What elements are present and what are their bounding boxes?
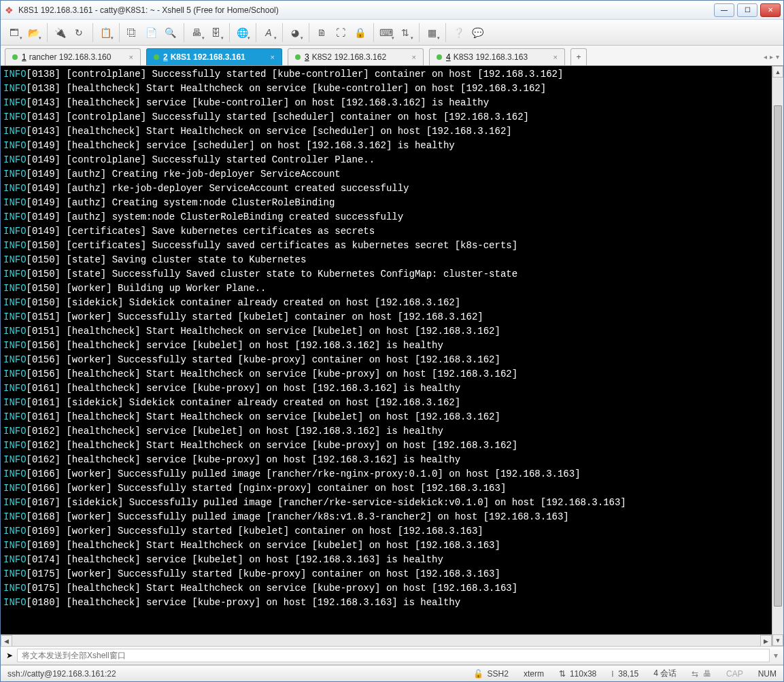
color-scheme-icon[interactable]: ◕	[287, 24, 303, 41]
log-level: INFO	[3, 467, 27, 481]
tab-label: rancher 192.168.3.160	[29, 52, 124, 62]
log-message: [healthcheck] service [scheduler] on hos…	[66, 139, 454, 153]
log-line: INFO[0149] [authz] rke-job-deployer Serv…	[3, 182, 781, 196]
log-line: INFO[0174] [healthcheck] service [kubele…	[3, 553, 781, 567]
vertical-scrollbar[interactable]: ▲ ▼	[772, 66, 783, 646]
log-message: [authz] Creating system:node ClusterRole…	[66, 196, 335, 210]
log-time: [0168]	[27, 510, 67, 524]
log-message: [worker] Successfully pulled image [ranc…	[66, 467, 580, 481]
log-time: [0169]	[27, 524, 67, 539]
close-tab-icon[interactable]: ×	[129, 53, 133, 61]
find-icon[interactable]: 🔍	[162, 24, 178, 41]
tab-session[interactable]: 3K8S2 192.168.3.162×	[288, 48, 424, 65]
close-tab-icon[interactable]: ×	[271, 53, 275, 61]
log-time: [0149]	[27, 167, 67, 182]
log-level: INFO	[3, 567, 27, 581]
print-icon[interactable]: 🖶	[188, 24, 205, 41]
tab-list-icon[interactable]: ▾	[776, 53, 779, 61]
horizontal-scrollbar[interactable]: ◀ ▶	[1, 634, 772, 646]
open-session-icon[interactable]: 📂	[25, 24, 41, 41]
log-time: [0169]	[27, 539, 67, 553]
log-time: [0149]	[27, 182, 67, 196]
maximize-button[interactable]: ☐	[737, 3, 757, 17]
log-message: [sidekick] Successfully pulled image [ra…	[66, 496, 626, 510]
log-line: INFO[0151] [worker] Successfully started…	[3, 310, 781, 324]
log-line: INFO[0143] [controlplane] Successfully s…	[3, 110, 781, 124]
log-level: INFO	[3, 553, 27, 567]
log-message: [healthcheck] service [kube-proxy] on ho…	[66, 381, 460, 396]
log-line: INFO[0161] [healthcheck] service [kube-p…	[3, 381, 781, 396]
log-time: [0150]	[27, 267, 67, 282]
tab-session[interactable]: 2K8S1 192.168.3.161×	[146, 48, 282, 65]
scroll-left-icon[interactable]: ◀	[1, 635, 12, 646]
log-level: INFO	[3, 96, 27, 110]
reconnect-icon[interactable]: ↻	[71, 24, 87, 41]
transfer-icon[interactable]: ⇅	[397, 24, 413, 41]
chevron-left-icon[interactable]: ◂	[764, 53, 767, 61]
tab-scroll-hint[interactable]: ◂▸▾	[764, 48, 783, 65]
log-time: [0149]	[27, 139, 67, 153]
log-line: INFO[0149] [authz] system:node ClusterRo…	[3, 210, 781, 224]
log-time: [0149]	[27, 210, 67, 224]
scroll-thumb[interactable]	[774, 105, 782, 607]
minimize-button[interactable]: —	[714, 3, 734, 17]
layout-icon[interactable]: ▦	[424, 24, 440, 41]
scroll-down-icon[interactable]: ▼	[772, 634, 783, 646]
log-level: INFO	[3, 581, 27, 596]
log-line: INFO[0149] [authz] Creating system:node …	[3, 196, 781, 210]
window-title: K8S1 192.168.3.161 - catty@K8S1: ~ - Xsh…	[18, 5, 714, 15]
log-time: [0162]	[27, 424, 67, 439]
log-line: INFO[0167] [sidekick] Successfully pulle…	[3, 496, 781, 510]
log-line: INFO[0169] [worker] Successfully started…	[3, 524, 781, 539]
log-message: [worker] Successfully pulled image [ranc…	[66, 510, 568, 524]
log-level: INFO	[3, 439, 27, 453]
copy-paste-icon[interactable]: 📋	[97, 24, 114, 41]
new-session-icon[interactable]: 🗔	[6, 24, 22, 41]
close-tab-icon[interactable]: ×	[553, 53, 558, 61]
connect-icon[interactable]: 🔌	[52, 24, 68, 41]
properties-icon[interactable]: 🗄	[207, 24, 224, 41]
tab-session[interactable]: 4K8S3 192.168.3.163×	[429, 48, 565, 65]
close-tab-icon[interactable]: ×	[412, 53, 416, 61]
log-line: INFO[0151] [healthcheck] Start Healthche…	[3, 324, 781, 339]
log-line: INFO[0161] [healthcheck] Start Healthche…	[3, 410, 781, 424]
help-icon[interactable]: ❔	[450, 24, 466, 41]
log-line: INFO[0143] [healthcheck] Start Healthche…	[3, 124, 781, 139]
log-time: [0161]	[27, 396, 67, 410]
log-line: INFO[0143] [healthcheck] service [kube-c…	[3, 96, 781, 110]
log-message: [state] Saving cluster state to Kubernet…	[66, 253, 306, 267]
log-time: [0150]	[27, 253, 67, 267]
lock-icon[interactable]: 🔒	[352, 24, 368, 41]
font-icon[interactable]: A	[260, 24, 277, 41]
fullscreen-icon[interactable]: ⛶	[333, 24, 349, 41]
feedback-icon[interactable]: 💬	[469, 24, 485, 41]
log-message: [state] Successfully Saved cluster state…	[66, 267, 517, 282]
log-level: INFO	[3, 539, 27, 553]
scroll-up-icon[interactable]: ▲	[772, 66, 783, 78]
add-tab-button[interactable]: +	[570, 48, 587, 65]
status-dot-icon	[12, 54, 18, 60]
log-time: [0149]	[27, 224, 67, 239]
log-time: [0149]	[27, 196, 67, 210]
close-button[interactable]: ✕	[760, 3, 781, 17]
log-time: [0150]	[27, 282, 67, 296]
scroll-right-icon[interactable]: ▶	[760, 635, 772, 646]
log-message: [healthcheck] service [kubelet] on host …	[66, 339, 443, 353]
globe-icon[interactable]: 🌐	[234, 24, 250, 41]
compose-bar-dropdown-icon[interactable]: ▾	[774, 651, 778, 660]
chevron-right-icon[interactable]: ▸	[770, 53, 773, 61]
terminal-viewport: INFO[0138] [controlplane] Successfully s…	[1, 66, 783, 646]
log-message: [healthcheck] Start Healthcheck on servi…	[66, 82, 546, 96]
compose-input[interactable]	[17, 649, 770, 662]
log-level: INFO	[3, 253, 27, 267]
logging-icon[interactable]: 🗎	[313, 24, 330, 41]
copy-icon[interactable]: ⿻	[124, 24, 140, 41]
keyboard-icon[interactable]: ⌨	[378, 24, 394, 41]
tab-session[interactable]: 1rancher 192.168.3.160×	[5, 48, 141, 65]
terminal-output[interactable]: INFO[0138] [controlplane] Successfully s…	[1, 66, 783, 646]
paste-icon[interactable]: 📄	[143, 24, 159, 41]
log-time: [0166]	[27, 467, 67, 481]
log-line: INFO[0156] [healthcheck] service [kubele…	[3, 339, 781, 353]
log-message: [healthcheck] Start Healthcheck on servi…	[66, 324, 500, 339]
log-level: INFO	[3, 182, 27, 196]
